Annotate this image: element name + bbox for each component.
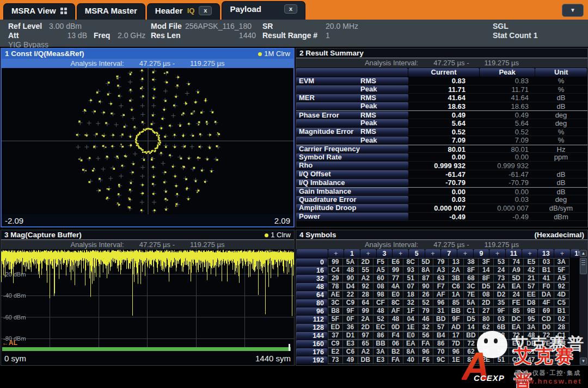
symbols-row: 1125F0F2A52480446BD9FD58003DC95CD02 <box>296 315 587 323</box>
symbols-col-header: + <box>489 249 505 258</box>
hex-cell: AF <box>433 291 449 299</box>
mod-file-label[interactable]: Mod File <box>151 22 182 30</box>
symbols-row-index: 16 <box>296 267 327 275</box>
hex-cell: C9 <box>328 340 344 348</box>
freq-label[interactable]: Freq <box>94 31 110 40</box>
hex-cell: 31 <box>433 307 449 315</box>
sr-label[interactable]: SR <box>262 22 273 30</box>
symbols-scrollbar[interactable]: ▲ ▼ <box>579 249 587 365</box>
hex-cell: BB <box>448 307 464 315</box>
hex-cell: CF <box>373 299 389 307</box>
symbols-col-header: 13 <box>538 249 554 258</box>
summary-row: MERRMS41.6441.64dB <box>296 94 587 102</box>
hex-cell: C1 <box>463 307 479 315</box>
analysis-line-bar[interactable] <box>2 347 291 351</box>
symbols-format-label: (Hexadecimal) <box>534 230 584 240</box>
close-icon[interactable]: x <box>284 4 297 14</box>
summary-peak-value: -70.79 <box>480 178 535 187</box>
hex-cell: 97 <box>358 331 373 340</box>
tab-header[interactable]: Header IQ x <box>147 3 220 20</box>
hex-cell: 9B <box>523 307 539 315</box>
tab-msra-view-label: MSRA View <box>11 6 56 15</box>
hex-cell: 08 <box>493 331 509 340</box>
hex-cell: B2 <box>388 348 403 356</box>
tab-msra-view[interactable]: MSRA View <box>3 3 75 20</box>
hex-cell: EC <box>373 323 389 331</box>
mag-title-bar[interactable]: 3 Mag(Capture Buffer) 1 Clrw <box>1 230 294 240</box>
summary-current-value: 41.64 <box>409 94 480 102</box>
hex-cell: 79 <box>418 307 434 315</box>
hex-cell: F6 <box>418 356 434 364</box>
summary-row: Peak7.097.09% <box>296 136 587 145</box>
hex-cell: 9C <box>433 356 449 364</box>
hex-cell: 72 <box>538 331 554 340</box>
summary-table-header: Current Peak Unit <box>296 68 587 77</box>
hex-cell: D4 <box>342 282 358 291</box>
result-range-label[interactable]: Result Range # <box>262 31 317 40</box>
symbols-row-index: 0 <box>296 258 327 267</box>
hex-cell: 28 <box>478 348 494 356</box>
close-icon[interactable]: x <box>199 6 212 15</box>
summary-current-value: 0.00 <box>409 188 480 195</box>
symbols-row-index: 192 <box>296 356 327 365</box>
symbols-row-index: 64 <box>296 291 327 299</box>
hex-cell: A2 <box>358 348 373 356</box>
hex-cell: 5D <box>418 258 434 266</box>
summary-header-blank <box>296 68 408 77</box>
hex-cell: BD <box>463 331 479 340</box>
summary-current-value: 0.000 007 <box>409 204 480 212</box>
hex-cell: 03 <box>538 258 554 266</box>
hex-cell: E0 <box>388 291 403 299</box>
summary-peak-value: 5.64 <box>480 119 535 127</box>
hex-cell: F0 <box>538 282 554 291</box>
hex-cell: 85 <box>448 299 464 307</box>
symbols-row: 322990A260775187633B688F735D2141A5 <box>296 274 587 282</box>
hex-cell: 7E <box>463 291 479 299</box>
hex-cell: 13 <box>448 258 464 266</box>
att-label[interactable]: Att <box>8 31 19 40</box>
mag-y-tick-label: -60 dBm <box>3 314 26 321</box>
tab-msra-master[interactable]: MSRA Master <box>77 3 145 20</box>
hex-cell: 8A <box>418 266 434 274</box>
scroll-down-icon[interactable]: ▼ <box>580 358 587 365</box>
window-result-summary: 2 Result Summary Analysis Interval:47.27… <box>296 48 588 227</box>
symbols-row: 96B89F9948AF1F7931BBC1279F859B69B1 <box>296 307 587 315</box>
hex-cell: DA <box>538 291 554 299</box>
chevron-down-icon[interactable]: ▼ <box>562 4 584 17</box>
ref-level-label[interactable]: Ref Level <box>8 22 42 30</box>
hex-cell: 37 <box>328 331 344 340</box>
hex-cell: 51 <box>403 274 419 282</box>
hex-cell: DB <box>358 356 373 364</box>
hex-cell: 32 <box>418 323 434 331</box>
summary-current-value: 0.49 <box>409 111 480 119</box>
const-title-bar[interactable]: 1 Const I/Q(Meas&Ref) 1M Clrw <box>2 49 293 59</box>
hex-cell: 06 <box>388 340 403 348</box>
hex-cell: 0C <box>509 348 524 356</box>
symbols-row-index: 176 <box>296 348 327 356</box>
hex-cell: 08 <box>373 282 389 291</box>
hex-cell: F7 <box>433 282 449 291</box>
mag-plot: -20 dBm-40 dBm-60 dBm-80 dBm ←AL <box>1 249 294 352</box>
hex-cell: 03 <box>493 315 509 323</box>
hex-cell: 98 <box>373 291 389 299</box>
summary-unit: dB <box>535 170 587 178</box>
symbols-title-bar[interactable]: 4 Symbols (Hexadecimal) <box>296 230 587 240</box>
tab-payload[interactable]: Payload x <box>222 1 305 20</box>
hex-cell: 2A <box>358 315 373 323</box>
hex-cell: 96 <box>433 299 449 307</box>
summary-row-label: Magnitude ErrorRMS <box>296 128 408 136</box>
trace-dot-icon <box>258 52 262 56</box>
res-len-label[interactable]: Res Len <box>151 31 180 40</box>
scroll-up-icon[interactable]: ▲ <box>580 250 587 257</box>
summary-unit: % <box>535 77 587 85</box>
scrollbar-handle[interactable] <box>580 258 587 274</box>
summary-row-label: Rho <box>296 162 408 169</box>
summary-title-bar[interactable]: 2 Result Summary <box>296 48 587 58</box>
hex-cell: D1 <box>342 331 358 340</box>
summary-unit: ppm <box>535 153 587 161</box>
symbols-table: +1+3+5+7+9+11+13+15 0995A2DF5E68C5D79133… <box>296 249 587 365</box>
summary-row: I/Q Imbalance-70.79-70.79dB <box>296 178 587 187</box>
hex-cell: 77 <box>388 274 403 282</box>
summary-current-value: 18.63 <box>409 102 480 110</box>
symbols-column-headers: +1+3+5+7+9+11+13+15 <box>296 249 587 258</box>
